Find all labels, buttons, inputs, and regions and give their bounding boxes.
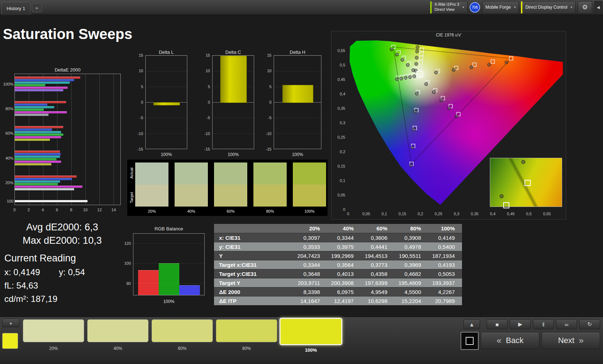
- table-cell: 4,5500: [395, 287, 428, 296]
- loop-button[interactable]: ↻: [579, 319, 600, 329]
- table-row: y: CIE310,35330,39750,44410,49780,5400: [214, 242, 462, 251]
- meter-dropdown[interactable]: X-Rite i1Pro 3 Direct View ▾: [430, 1, 467, 14]
- current-patch-panel: ▲: [2, 318, 20, 362]
- cie-1976-diagram: CIE 1976 u'v': [331, 31, 566, 220]
- settings-button[interactable]: ⚙: [578, 1, 592, 14]
- readouts: Avg dE2000: 6,3 Max dE2000: 10,3 Current…: [2, 220, 122, 304]
- row-label: Target Y: [214, 278, 294, 287]
- row-label: ΔE ITP: [214, 296, 294, 306]
- table-cell: 0,3344: [294, 260, 327, 269]
- y-tick-label: 10: [139, 69, 143, 73]
- measured-point: [452, 68, 456, 72]
- inset-measured-point: [521, 160, 525, 164]
- level-swatch: [216, 319, 277, 342]
- back-button[interactable]: « Back: [481, 332, 539, 349]
- next-button[interactable]: Next »: [542, 332, 600, 349]
- table-cell: 4,2267: [428, 287, 462, 296]
- current-cdm2: cd/m²: 187,19: [4, 294, 122, 304]
- pause-button[interactable]: ‖: [533, 319, 554, 329]
- measured-point: [404, 76, 407, 79]
- y-axis: 151050-5-10-15: [263, 55, 273, 149]
- play-button[interactable]: ▶: [510, 319, 531, 329]
- deltae2000-chart: DeltaE 2000 100%80%60%40%20%100 02468101…: [1, 67, 124, 214]
- table-cell: 0,3975: [327, 242, 361, 251]
- actual-swatch: [253, 162, 287, 185]
- saturation-level-button[interactable]: 20%: [23, 319, 84, 351]
- bar: [15, 153, 61, 155]
- table-cell: 0,3606: [361, 233, 394, 242]
- table-cell: 199,2969: [327, 251, 361, 260]
- axis-tick-label: 0,3: [340, 121, 345, 125]
- gridline: [133, 283, 204, 283]
- actual-swatch: [175, 162, 208, 185]
- collapse-arrow-icon: ◀: [597, 5, 600, 10]
- chevron-down-icon: ▾: [462, 5, 464, 9]
- saturation-level-button[interactable]: 60%: [152, 319, 213, 351]
- transport-controls: ▲ ■▶‖∞↻ « Back Next »: [461, 319, 600, 350]
- source-label: Mobile Forge: [486, 5, 511, 10]
- saturation-level-button[interactable]: 40%: [87, 319, 148, 351]
- y-axis: 12010080: [120, 233, 132, 295]
- bar: [15, 114, 48, 116]
- continuous-button[interactable]: ∞: [556, 319, 577, 329]
- chart-title: Delta C: [212, 49, 254, 55]
- saturation-level-button[interactable]: 80%: [216, 319, 277, 351]
- table-cell: 195,4809: [395, 278, 428, 287]
- measured-point: [395, 78, 399, 81]
- swatch-column: 80%: [253, 162, 287, 213]
- bar: [15, 84, 45, 86]
- table-cell: 15,2204: [395, 296, 428, 306]
- current-color-indicator: [2, 333, 18, 349]
- measured-point: [390, 48, 393, 51]
- measured-point: [415, 92, 419, 95]
- gridline: [146, 71, 187, 72]
- swatch-label: 20%: [148, 209, 156, 213]
- row-label: ΔE 2000: [214, 287, 294, 296]
- actual-row-label: Actual: [129, 168, 134, 179]
- stop-button[interactable]: ■: [487, 319, 508, 329]
- loop-icon: ↻: [587, 321, 592, 328]
- gridline: [146, 56, 187, 56]
- green-bar: [159, 263, 179, 295]
- table-cell: 0,3969: [395, 260, 428, 269]
- target-swatch: [214, 185, 247, 207]
- y-tick-label: 0: [269, 100, 271, 104]
- row-label: y: CIE31: [214, 242, 294, 251]
- y-tick-label: 5: [141, 84, 143, 89]
- bar: [15, 186, 82, 188]
- y-tick-label: -10: [137, 131, 143, 136]
- scroll-up-button[interactable]: ▲: [463, 319, 480, 329]
- chart-title: Delta H: [274, 49, 321, 55]
- y-tick-label: 5: [269, 84, 271, 89]
- y-tick-label: 100: [124, 261, 131, 265]
- y-axis: 151050-5-10-15: [201, 55, 211, 149]
- axis-tick-label: 0,25: [435, 212, 442, 216]
- bar: [15, 87, 68, 89]
- table-row: Y204,7423199,2969194,4513190,5511187,193…: [214, 251, 462, 260]
- measured-point: [470, 66, 473, 69]
- expand-panel-button[interactable]: ▲: [2, 318, 20, 327]
- meter-label: X-Rite i1Pro 3 Direct View: [435, 2, 459, 12]
- table-cell: 0,3773: [361, 260, 394, 269]
- level-swatch: [23, 319, 84, 342]
- display-control-dropdown[interactable]: Direct Display Control ▾: [521, 1, 576, 14]
- axis-tick-label: 0,05: [362, 212, 370, 216]
- measured-point: [455, 115, 458, 118]
- saturation-level-button[interactable]: 100%: [281, 319, 341, 353]
- gridline: [146, 133, 187, 134]
- column-header: 40%: [327, 224, 361, 233]
- axis-tick-label: 0: [347, 212, 349, 216]
- add-tab-button[interactable]: +: [32, 3, 42, 12]
- top-bar: History 1 + X-Rite i1Pro 3 Direct View ▾…: [0, 0, 603, 15]
- gridline: [213, 149, 254, 149]
- group-label: 20%: [1, 181, 13, 185]
- tab-history-1[interactable]: History 1: [1, 2, 30, 15]
- up-arrow-icon: ▲: [469, 321, 475, 328]
- pattern-window-button[interactable]: [461, 332, 479, 350]
- current-fl: fL: 54,63: [4, 281, 122, 291]
- level-label: 80%: [242, 346, 251, 351]
- collapse-panel-button[interactable]: ◀: [594, 1, 602, 14]
- table-cell: 0,3533: [294, 242, 327, 251]
- source-dropdown[interactable]: Mobile Forge ▾: [482, 1, 519, 14]
- axis-tick-label: 0,1: [340, 178, 345, 183]
